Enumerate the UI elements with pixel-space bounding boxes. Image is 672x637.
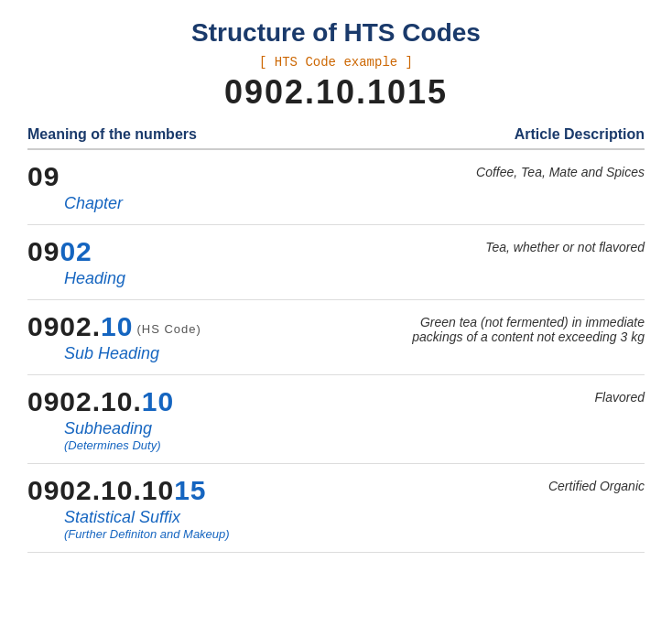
code-prefix-3: 0902.10. <box>27 386 142 416</box>
table-row: 0902.10(HS Code)Sub HeadingGreen tea (no… <box>27 300 645 375</box>
code-prefix-0: 09 <box>27 161 60 191</box>
code-prefix-2: 0902. <box>27 311 101 341</box>
hts-example-code: 0902.10.1015 <box>27 73 645 112</box>
row-left-1: 0902Heading <box>27 236 485 288</box>
row-label-3: Subheading <box>64 419 577 438</box>
table-row: 0902HeadingTea, whether or not flavored <box>27 225 645 300</box>
row-label-sub-3: (Determines Duty) <box>64 438 577 452</box>
code-highlight-4: 15 <box>174 475 206 505</box>
header-right: Article Description <box>515 126 645 143</box>
row-label-1: Heading <box>64 269 467 288</box>
table-header: Meaning of the numbers Article Descripti… <box>27 126 645 150</box>
code-highlight-3: 10 <box>142 386 174 416</box>
table-row: 0902.10.10Subheading(Determines Duty)Fla… <box>27 375 645 464</box>
row-label-4: Statistical Suffix <box>64 508 530 527</box>
subtitle: [ HTS Code example ] <box>27 55 645 70</box>
row-description-4: Certified Organic <box>548 475 645 493</box>
code-highlight-1: 02 <box>60 236 92 266</box>
row-description-3: Flavored <box>595 386 645 405</box>
page-title: Structure of HTS Codes <box>27 18 645 48</box>
row-label-0: Chapter <box>64 194 458 213</box>
code-highlight-2: 10 <box>101 311 133 341</box>
code-display-3: 0902.10.10 <box>27 386 577 417</box>
code-display-2: 0902.10(HS Code) <box>27 311 352 342</box>
code-display-4: 0902.10.1015 <box>27 475 530 506</box>
row-left-3: 0902.10.10Subheading(Determines Duty) <box>27 386 595 452</box>
row-description-0: Coffee, Tea, Mate and Spices <box>476 161 645 179</box>
table-row: 09ChapterCoffee, Tea, Mate and Spices <box>27 150 645 225</box>
code-display-1: 0902 <box>27 236 467 267</box>
row-label-2: Sub Heading <box>64 344 352 363</box>
hs-label-2: (HS Code) <box>136 322 201 336</box>
rows-container: 09ChapterCoffee, Tea, Mate and Spices090… <box>27 150 645 553</box>
code-prefix-1: 09 <box>27 236 60 266</box>
row-description-1: Tea, whether or not flavored <box>485 236 645 254</box>
table-row: 0902.10.1015Statistical Suffix(Further D… <box>27 464 645 553</box>
row-left-4: 0902.10.1015Statistical Suffix(Further D… <box>27 475 548 541</box>
row-description-2: Green tea (not fermented) in immediate p… <box>370 311 645 344</box>
row-left-2: 0902.10(HS Code)Sub Heading <box>27 311 370 363</box>
code-prefix-4: 0902.10.10 <box>27 475 174 505</box>
code-display-0: 09 <box>27 161 458 192</box>
row-label-sub-4: (Further Definiton and Makeup) <box>64 527 530 541</box>
row-left-0: 09Chapter <box>27 161 476 213</box>
header-left: Meaning of the numbers <box>27 126 197 143</box>
